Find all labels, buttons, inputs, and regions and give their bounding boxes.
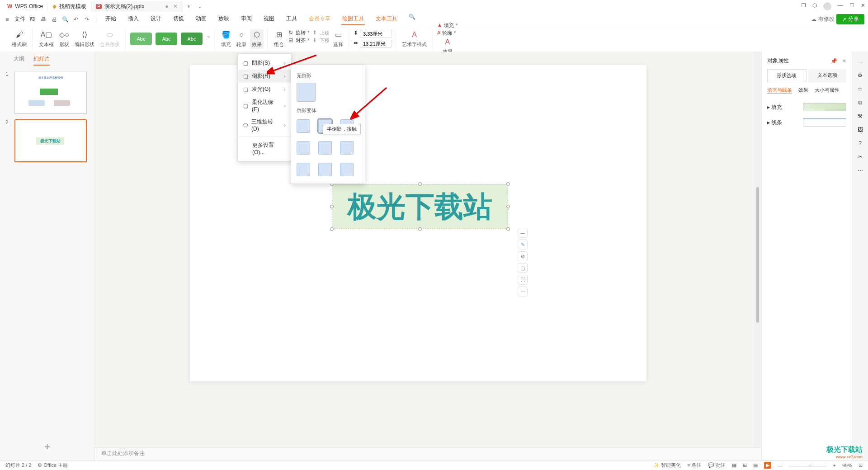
tab-wps-home[interactable]: W WPS Office: [3, 1, 48, 12]
tab-view[interactable]: 视图: [263, 13, 275, 25]
fill-line-tab[interactable]: 填充与线条: [767, 87, 792, 94]
reflection-none[interactable]: [297, 83, 316, 102]
view-reading-icon[interactable]: ▤: [753, 462, 758, 468]
fill-section[interactable]: ▸ 填充: [767, 99, 846, 115]
tab-insert[interactable]: 插入: [127, 13, 140, 25]
slides-tab[interactable]: 幻灯片: [33, 55, 50, 66]
avatar-icon[interactable]: [823, 2, 831, 10]
tab-design[interactable]: 设计: [150, 13, 162, 25]
beautify-button[interactable]: ✨ 智能美化: [653, 462, 681, 469]
reflection-variant-9[interactable]: [340, 163, 354, 176]
pin-icon[interactable]: 📌: [830, 58, 837, 64]
zoom-in-icon[interactable]: +: [833, 463, 836, 468]
rail-settings-icon[interactable]: ⚙: [858, 72, 863, 79]
ft-more-icon[interactable]: ⋯: [518, 287, 528, 296]
close-tab-icon[interactable]: ✕: [173, 3, 178, 9]
tab-drawing-tools[interactable]: 绘图工具: [341, 13, 365, 25]
tab-current-document[interactable]: P 演示文稿(2).pptx ● ✕: [91, 1, 183, 12]
reflection-variant-5[interactable]: [318, 141, 332, 155]
line-section[interactable]: ▸ 线条: [767, 115, 846, 130]
rail-tools-icon[interactable]: ⚒: [858, 113, 863, 119]
slide-thumb-1[interactable]: 1 服务器处理流程说明: [5, 71, 89, 114]
search-icon[interactable]: 🔍: [408, 13, 415, 20]
close-panel-icon[interactable]: ✕: [842, 58, 846, 64]
text-fill-button[interactable]: 填充: [444, 22, 454, 29]
text-options-tab[interactable]: 文本选项: [808, 69, 847, 82]
cube-icon[interactable]: ⬡: [812, 2, 817, 10]
tab-transition[interactable]: 切换: [172, 13, 185, 25]
preview-icon[interactable]: 🔍: [61, 16, 69, 23]
rail-clip-icon[interactable]: ✂: [858, 154, 863, 160]
notes-placeholder[interactable]: 单击此处添加备注: [95, 447, 761, 460]
tab-tools[interactable]: 工具: [285, 13, 298, 25]
ft-clear-icon[interactable]: ⊘: [518, 251, 528, 261]
menu-more-settings[interactable]: 更多设置(O)...: [238, 139, 291, 158]
hamburger-icon[interactable]: ≡: [4, 16, 11, 23]
preset-more-icon[interactable]: ⌄: [206, 33, 211, 45]
ft-pen-icon[interactable]: ✎: [518, 240, 528, 249]
menu-soft-edge[interactable]: ▢柔化边缘(E)›: [238, 96, 291, 115]
fill-swatch[interactable]: [803, 103, 846, 111]
rail-star-icon[interactable]: ☆: [858, 86, 863, 92]
format-painter-button[interactable]: 🖌 格式刷: [10, 29, 28, 49]
rail-more-icon[interactable]: ⋯: [858, 167, 863, 174]
reflection-variant-6[interactable]: [340, 141, 354, 155]
ft-expand-icon[interactable]: ⛶: [518, 275, 528, 285]
zoom-value[interactable]: 99%: [842, 463, 852, 468]
group-button[interactable]: ⊞组合: [272, 29, 286, 49]
reflection-variant-1[interactable]: [297, 119, 310, 133]
tab-animation[interactable]: 动画: [195, 13, 208, 25]
outline-tab[interactable]: 大纲: [14, 55, 24, 66]
view-slideshow-icon[interactable]: ▶: [764, 462, 771, 469]
edit-shape-button[interactable]: ⟨⟩ 编辑形状: [73, 29, 96, 49]
zoom-out-icon[interactable]: —: [778, 463, 783, 468]
outline-button[interactable]: ○轮廓: [235, 29, 248, 49]
save-icon[interactable]: 🖫: [29, 16, 36, 23]
select-button[interactable]: ▭选择: [331, 29, 345, 49]
rail-layers-icon[interactable]: ⧉: [858, 99, 862, 106]
ft-minus-icon[interactable]: —: [518, 228, 528, 238]
minimize-icon[interactable]: —: [838, 2, 843, 10]
align-button[interactable]: 对齐: [296, 37, 306, 44]
tab-list-dropdown-icon[interactable]: ⌄: [198, 3, 202, 9]
textbox-button[interactable]: A▢ 文本框: [37, 29, 56, 49]
share-button[interactable]: ↗ 分享: [836, 14, 864, 24]
add-slide-button[interactable]: +: [0, 434, 94, 460]
rail-image-icon[interactable]: 🖼: [858, 127, 863, 133]
view-sorter-icon[interactable]: ⊞: [743, 462, 747, 468]
unsaved-changes-indicator[interactable]: ☁ 有修改: [811, 15, 835, 23]
theme-indicator[interactable]: ⚙ Office 主题: [38, 462, 68, 469]
text-outline-button[interactable]: 轮廓: [442, 30, 452, 37]
shape-button[interactable]: ◇○ 形状: [57, 29, 71, 49]
reflection-variant-7[interactable]: [297, 163, 310, 176]
file-menu-label[interactable]: 文件: [14, 15, 25, 23]
tab-vip[interactable]: 会员专享: [308, 13, 331, 25]
redo-icon[interactable]: ↷: [83, 16, 90, 23]
menu-shadow[interactable]: ▢阴影(S)›: [238, 56, 291, 70]
menu-reflection[interactable]: ▢倒影(R)›: [238, 70, 291, 83]
tab-templates[interactable]: ◆ 找稻壳模板: [48, 1, 91, 12]
fit-window-icon[interactable]: ⊡: [859, 462, 863, 468]
reflection-variant-4[interactable]: [297, 141, 310, 155]
new-tab-button[interactable]: +: [183, 1, 195, 12]
effects-button[interactable]: ⬡效果: [250, 29, 264, 49]
shape-options-tab[interactable]: 形状选项: [767, 69, 807, 82]
collapse-rail-icon[interactable]: —: [858, 59, 863, 65]
view-normal-icon[interactable]: ▦: [732, 462, 736, 468]
slide-thumb-2[interactable]: 2 极光下载站: [5, 119, 89, 162]
maximize-icon[interactable]: ☐: [849, 2, 854, 10]
wordart-shape[interactable]: 极光下载站: [332, 184, 508, 229]
window-multi-icon[interactable]: ❐: [801, 2, 806, 10]
shape-preset-1[interactable]: Abc: [130, 33, 152, 45]
undo-icon[interactable]: ↶: [72, 16, 80, 23]
line-swatch[interactable]: [803, 118, 846, 127]
rotate-button[interactable]: 旋转: [296, 29, 306, 36]
tab-text-tools[interactable]: 文本工具: [375, 13, 398, 25]
height-input[interactable]: [360, 30, 392, 38]
shape-preset-2[interactable]: Abc: [156, 33, 177, 45]
rail-help-icon[interactable]: ?: [859, 140, 862, 146]
comments-toggle[interactable]: 💬 批注: [708, 462, 726, 469]
shape-preset-3[interactable]: Abc: [181, 33, 203, 45]
close-window-icon[interactable]: ✕: [861, 2, 865, 10]
width-input[interactable]: [360, 40, 392, 48]
